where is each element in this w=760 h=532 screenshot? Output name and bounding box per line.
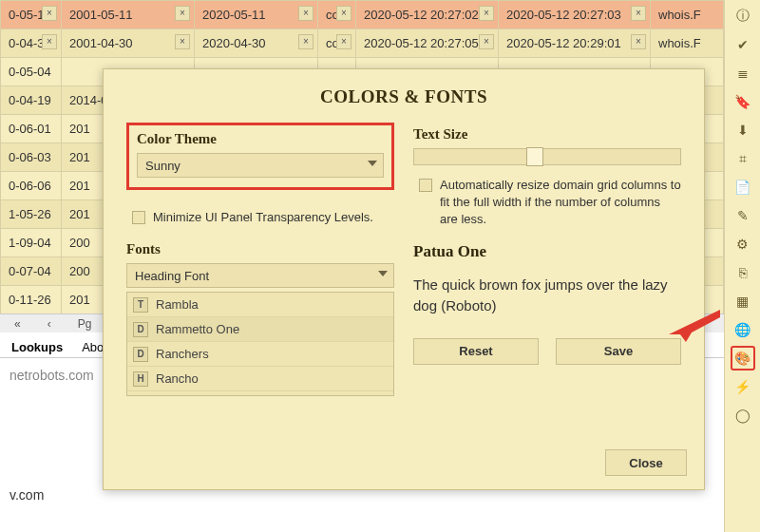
minimize-transparency-label: Minimize UI Panel Transparency Levels.	[153, 209, 373, 226]
font-option[interactable]: HRancho	[127, 367, 393, 391]
sidebar-icon-14[interactable]: ◯	[731, 403, 755, 428]
font-role-value: Heading Font	[135, 269, 209, 283]
pager-first[interactable]: «	[10, 316, 26, 332]
font-option-label: Rancho	[156, 371, 199, 386]
pager-prev[interactable]: ‹	[43, 316, 56, 332]
close-button[interactable]: Close	[605, 449, 687, 476]
reset-button[interactable]: Reset	[413, 338, 539, 365]
text-size-slider[interactable]	[413, 148, 681, 165]
sidebar-icon-9[interactable]: ⎘	[731, 260, 755, 285]
tab-lookups[interactable]: Lookups	[11, 340, 63, 354]
clear-filter-icon[interactable]: ×	[479, 6, 494, 21]
font-badge-icon: H	[133, 371, 148, 387]
pager-label: Pg	[73, 316, 97, 332]
font-badge-icon: D	[133, 322, 148, 337]
clear-filter-icon[interactable]: ×	[175, 6, 190, 21]
clear-filter-icon[interactable]: ×	[42, 6, 57, 21]
font-badge-icon: T	[133, 297, 148, 313]
chevron-down-icon	[378, 271, 388, 276]
clear-filter-icon[interactable]: ×	[631, 34, 646, 49]
font-preview-body: The quick brown fox jumps over the lazy …	[413, 275, 681, 317]
chevron-down-icon	[368, 161, 377, 166]
sidebar-icon-4[interactable]: ⬇	[731, 118, 755, 142]
right-icon-strip: ⓘ✔≣🔖⬇⌗📄✎⚙⎘▦🌐🎨⚡◯	[724, 0, 760, 532]
fonts-section-label: Fonts	[126, 241, 394, 257]
font-option[interactable]: TRambla	[127, 293, 393, 317]
sidebar-icon-7[interactable]: ✎	[731, 203, 755, 228]
font-role-select[interactable]: Heading Font	[126, 263, 394, 288]
auto-resize-label: Automatically resize domain grid columns…	[440, 177, 681, 229]
color-theme-value: Sunny	[145, 159, 180, 173]
table-row[interactable]: 0-05-11×2001-05-11×2020-05-11×com×2020-0…	[1, 1, 724, 29]
colors-fonts-dialog: COLORS & FONTS Color Theme Sunny Minimiz…	[103, 68, 705, 490]
slider-thumb[interactable]	[526, 147, 543, 166]
font-option-label: Rambla	[156, 297, 199, 312]
clear-filter-icon[interactable]: ×	[42, 34, 57, 49]
sidebar-icon-10[interactable]: ▦	[731, 289, 755, 314]
save-button[interactable]: Save	[556, 338, 681, 365]
sidebar-icon-11[interactable]: 🌐	[731, 317, 755, 342]
clear-filter-icon[interactable]: ×	[336, 6, 352, 21]
sidebar-icon-3[interactable]: 🔖	[731, 89, 755, 114]
sidebar-icon-8[interactable]: ⚙	[731, 232, 755, 256]
sidebar-icon-5[interactable]: ⌗	[731, 146, 755, 171]
font-option[interactable]: DRammetto One	[127, 317, 393, 342]
clear-filter-icon[interactable]: ×	[298, 6, 314, 21]
font-badge-icon: D	[133, 347, 148, 362]
table-row[interactable]: 0-04-30×2001-04-30×2020-04-30×com×2020-0…	[1, 29, 724, 58]
sidebar-icon-12[interactable]: 🎨	[731, 346, 755, 370]
font-option-label: Rammetto One	[156, 322, 239, 336]
font-option[interactable]: DRanchers	[127, 342, 393, 367]
clear-filter-icon[interactable]: ×	[298, 34, 314, 49]
sidebar-icon-2[interactable]: ≣	[731, 61, 755, 86]
minimize-transparency-checkbox[interactable]	[132, 211, 145, 224]
font-list[interactable]: TRamblaDRammetto OneDRanchersHRancho	[126, 292, 394, 396]
color-theme-label: Color Theme	[137, 131, 384, 147]
color-theme-select[interactable]: Sunny	[137, 153, 384, 178]
clear-filter-icon[interactable]: ×	[479, 34, 494, 49]
auto-resize-checkbox[interactable]	[419, 179, 432, 192]
sidebar-icon-0[interactable]: ⓘ	[731, 4, 755, 28]
sidebar-icon-1[interactable]: ✔	[731, 32, 755, 57]
color-theme-highlight: Color Theme Sunny	[126, 123, 394, 190]
clear-filter-icon[interactable]: ×	[631, 6, 646, 21]
font-option-label: Ranchers	[156, 347, 209, 361]
clear-filter-icon[interactable]: ×	[175, 34, 190, 49]
sidebar-icon-6[interactable]: 📄	[731, 175, 755, 200]
text-size-label: Text Size	[413, 126, 681, 142]
dialog-title: COLORS & FONTS	[104, 69, 704, 123]
font-preview-title: Patua One	[413, 242, 681, 261]
sidebar-icon-13[interactable]: ⚡	[731, 374, 755, 399]
clear-filter-icon[interactable]: ×	[336, 34, 352, 49]
